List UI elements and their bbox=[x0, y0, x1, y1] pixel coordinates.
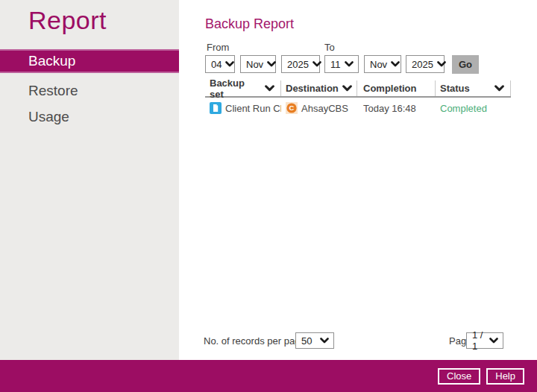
to-label: To bbox=[324, 42, 335, 53]
chevron-down-icon bbox=[345, 61, 354, 67]
to-month-select[interactable]: Nov bbox=[364, 55, 401, 73]
page-select[interactable]: 1 / 1 bbox=[466, 332, 503, 349]
chevron-down-icon bbox=[320, 338, 329, 344]
page-value: 1 / 1 bbox=[472, 329, 486, 352]
ahsaycbs-logo-icon: C bbox=[286, 102, 298, 114]
close-button[interactable]: Close bbox=[438, 368, 480, 385]
help-button[interactable]: Help bbox=[486, 368, 524, 385]
records-per-page-label: No. of records per page bbox=[204, 335, 306, 347]
go-button[interactable]: Go bbox=[452, 55, 479, 74]
chevron-down-icon bbox=[391, 61, 400, 67]
chevron-down-icon bbox=[267, 61, 276, 67]
sidebar-item-usage[interactable]: Usage bbox=[0, 104, 179, 130]
cell-destination: C AhsayCBS bbox=[281, 102, 357, 114]
to-month-value: Nov bbox=[370, 59, 387, 70]
main-panel: Backup Report From To 04 Nov 2025 11 bbox=[179, 0, 537, 360]
footer-bar: Close Help bbox=[0, 360, 537, 392]
report-window: Report Backup Restore Usage Backup Repor… bbox=[0, 0, 537, 392]
chevron-down-icon bbox=[225, 61, 234, 67]
svg-text:C: C bbox=[289, 104, 295, 112]
from-year-value: 2025 bbox=[287, 59, 309, 70]
chevron-down-icon bbox=[494, 85, 504, 92]
from-month-value: Nov bbox=[246, 59, 263, 70]
backup-set-document-icon bbox=[210, 102, 222, 114]
sidebar-item-backup[interactable]: Backup bbox=[0, 49, 179, 73]
chevron-down-icon bbox=[489, 338, 498, 344]
from-year-select[interactable]: 2025 bbox=[281, 55, 320, 73]
section-title: Backup Report bbox=[205, 16, 294, 32]
records-per-page-value: 50 bbox=[301, 335, 312, 347]
column-header-status[interactable]: Status bbox=[436, 80, 511, 96]
sidebar-item-restore[interactable]: Restore bbox=[0, 78, 179, 104]
column-header-backup-set[interactable]: Backup set bbox=[205, 80, 281, 96]
to-year-select[interactable]: 2025 bbox=[406, 55, 445, 73]
column-header-destination[interactable]: Destination bbox=[281, 80, 357, 96]
to-day-select[interactable]: 11 bbox=[324, 55, 359, 73]
page-title: Report bbox=[28, 6, 107, 35]
from-day-select[interactable]: 04 bbox=[205, 55, 235, 73]
table-header-row: Backup set Destination Completion Status bbox=[205, 80, 511, 98]
chevron-down-icon bbox=[342, 85, 352, 92]
cell-completion: Today 16:48 bbox=[357, 103, 436, 114]
from-label: From bbox=[207, 42, 229, 53]
chevron-down-icon bbox=[313, 61, 321, 67]
from-month-select[interactable]: Nov bbox=[240, 55, 276, 73]
sidebar-menu: Backup Restore Usage bbox=[0, 49, 179, 130]
report-table: Backup set Destination Completion Status bbox=[205, 80, 511, 117]
table-row[interactable]: Client Run Clo... C AhsayCBS Today 16:48… bbox=[205, 99, 511, 117]
cell-backup-set: Client Run Clo... bbox=[205, 102, 281, 114]
chevron-down-icon bbox=[265, 85, 274, 92]
from-day-value: 04 bbox=[211, 59, 222, 70]
to-day-value: 11 bbox=[330, 59, 341, 70]
to-year-value: 2025 bbox=[412, 59, 433, 70]
sidebar: Report Backup Restore Usage bbox=[0, 0, 179, 360]
cell-status: Completed bbox=[436, 103, 511, 114]
chevron-down-icon bbox=[437, 61, 446, 67]
records-per-page-select[interactable]: 50 bbox=[295, 332, 334, 349]
column-header-completion: Completion bbox=[357, 80, 436, 96]
